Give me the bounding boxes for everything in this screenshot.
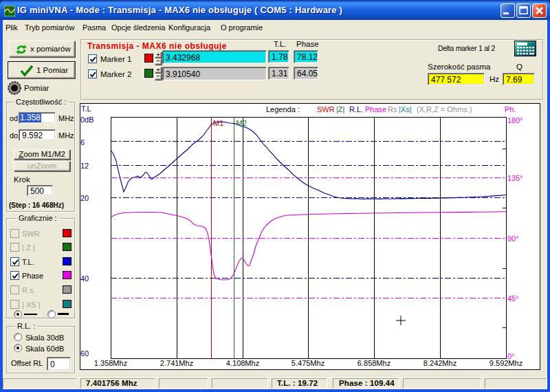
svg-text:|Xs|: |Xs| — [399, 105, 412, 113]
svg-text:45°: 45° — [507, 294, 519, 303]
svg-text:1.358Mhz: 1.358Mhz — [94, 359, 127, 367]
svg-text:60: 60 — [80, 349, 89, 358]
svg-text:2.741Mhz: 2.741Mhz — [160, 359, 193, 367]
svg-text:20: 20 — [80, 194, 89, 202]
svg-text:T.L: T.L — [81, 105, 91, 113]
svg-text:M2: M2 — [236, 119, 247, 127]
svg-text:(X,R,Z = Ohms.): (X,R,Z = Ohms.) — [417, 105, 472, 113]
svg-text:Rs: Rs — [388, 105, 397, 113]
svg-text:M1: M1 — [213, 119, 223, 127]
svg-text:6: 6 — [80, 138, 85, 146]
svg-text:|Z|: |Z| — [336, 105, 344, 113]
svg-text:5.475Mhz: 5.475Mhz — [292, 359, 324, 367]
svg-text:9.592Mhz: 9.592Mhz — [490, 359, 522, 367]
svg-text:4.108Mhz: 4.108Mhz — [226, 359, 259, 367]
svg-text:6.858Mhz: 6.858Mhz — [358, 359, 390, 367]
svg-text:Legenda :: Legenda : — [266, 105, 300, 113]
svg-text:90°: 90° — [507, 235, 519, 243]
svg-text:Ph.: Ph. — [505, 105, 516, 113]
svg-text:12: 12 — [80, 162, 89, 170]
svg-text:8.242Mhz: 8.242Mhz — [424, 359, 456, 367]
svg-text:SWR: SWR — [317, 105, 335, 113]
svg-text:0dB: 0dB — [80, 116, 94, 124]
svg-text:R.L.: R.L. — [349, 105, 363, 113]
svg-text:40: 40 — [80, 274, 89, 283]
svg-text:Phase: Phase — [365, 105, 386, 113]
svg-text:180°: 180° — [507, 116, 523, 124]
svg-text:135°: 135° — [507, 174, 523, 182]
